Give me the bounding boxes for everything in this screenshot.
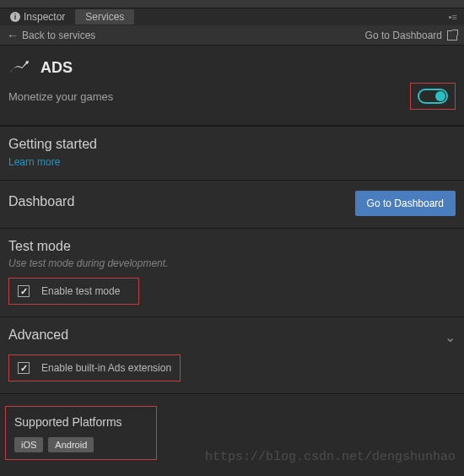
top-toolbar [0,0,464,8]
tabs-row: i Inspector Services ▪≡ [0,8,464,25]
dashboard-title: Dashboard [8,194,74,209]
getting-started-section: Getting started Learn more [0,126,464,180]
toggle-knob [435,91,445,101]
enable-test-mode-label: Enable test mode [41,285,120,297]
platform-tag-android[interactable]: Android [48,437,94,452]
tab-services[interactable]: Services [75,9,134,24]
service-enable-toggle[interactable] [418,89,448,104]
subheader: ← Back to services Go to Dashboard [0,25,464,46]
back-to-services-link[interactable]: Back to services [22,30,95,41]
page-subtitle: Monetize your games [8,90,113,103]
back-arrow-icon[interactable]: ← [7,29,19,42]
test-mode-section: Test mode Use test mode during developme… [0,228,464,316]
enable-test-mode-checkbox[interactable] [18,285,30,297]
enable-builtin-ads-row: Enable built-in Ads extension [8,354,181,381]
panel-menu-icon[interactable]: ▪≡ [449,12,457,22]
watermark: https://blog.csdn.net/dengshunhao [205,450,456,464]
test-mode-title: Test mode [8,239,456,254]
goto-dashboard-button[interactable]: Go to Dashboard [355,191,456,216]
page-title: ADS [40,59,73,77]
page-title-row: ADS [0,46,464,83]
tab-label: Inspector [24,11,65,23]
supported-platforms-block: Supported Platforms iOS Android [5,406,157,460]
platform-tags: iOS Android [14,437,148,452]
platform-tag-ios[interactable]: iOS [14,437,43,452]
service-toggle-highlight [410,83,456,110]
tab-label: Services [85,11,124,23]
advanced-section: Advanced ⌄ Enable built-in Ads extension [0,316,464,393]
supported-platforms-title: Supported Platforms [14,415,148,429]
ads-icon [8,57,29,78]
goto-dashboard-label: Go to Dashboard [365,30,442,41]
external-link-icon [447,30,457,41]
goto-dashboard-link[interactable]: Go to Dashboard [365,30,457,41]
enable-test-mode-row: Enable test mode [8,278,139,305]
getting-started-title: Getting started [8,137,456,152]
tab-inspector[interactable]: i Inspector [0,9,75,24]
enable-builtin-ads-label: Enable built-in Ads extension [41,362,171,374]
divider [0,393,464,394]
advanced-title: Advanced [8,327,68,343]
dashboard-section: Dashboard Go to Dashboard [0,180,464,228]
chevron-down-icon[interactable]: ⌄ [445,329,456,345]
learn-more-link[interactable]: Learn more [8,156,60,168]
enable-builtin-ads-checkbox[interactable] [18,362,30,374]
info-icon: i [10,12,20,22]
subtitle-row: Monetize your games [0,83,464,125]
test-mode-subtitle: Use test mode during development. [8,257,456,269]
